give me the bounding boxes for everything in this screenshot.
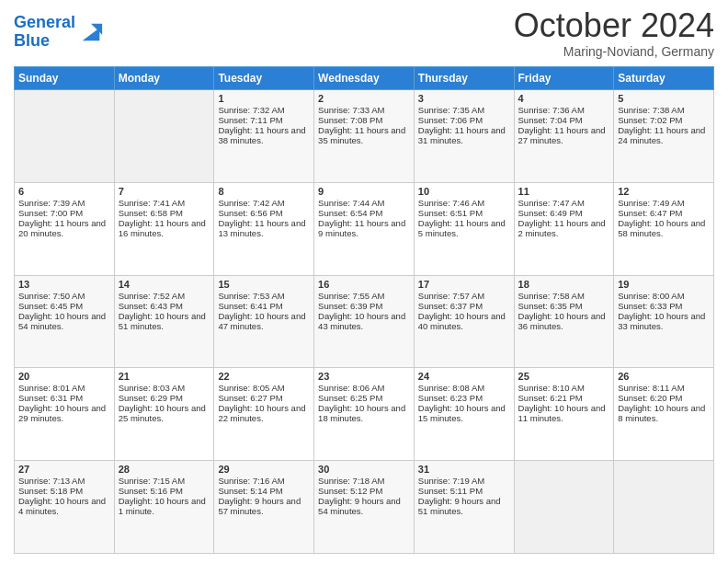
calendar-cell xyxy=(114,90,214,183)
sunrise-text: Sunrise: 8:08 AM xyxy=(418,383,510,393)
calendar-cell: 5Sunrise: 7:38 AMSunset: 7:02 PMDaylight… xyxy=(614,90,714,183)
calendar-cell: 6Sunrise: 7:39 AMSunset: 7:00 PMDaylight… xyxy=(15,182,115,275)
sunset-text: Sunset: 6:21 PM xyxy=(518,393,610,403)
calendar-cell: 30Sunrise: 7:18 AMSunset: 5:12 PMDayligh… xyxy=(314,461,415,554)
daylight-text: Daylight: 10 hours and 58 minutes. xyxy=(618,218,710,238)
calendar-cell: 12Sunrise: 7:49 AMSunset: 6:47 PMDayligh… xyxy=(614,182,714,275)
col-sunday: Sunday xyxy=(15,67,115,90)
month-title: October 2024 xyxy=(514,9,714,42)
sunset-text: Sunset: 7:02 PM xyxy=(618,115,710,125)
col-friday: Friday xyxy=(514,67,614,90)
sunrise-text: Sunrise: 8:03 AM xyxy=(119,383,210,393)
sunrise-text: Sunrise: 7:58 AM xyxy=(518,291,610,301)
sunset-text: Sunset: 6:51 PM xyxy=(418,208,510,218)
sunrise-text: Sunrise: 7:13 AM xyxy=(18,476,110,486)
day-number: 14 xyxy=(119,279,210,290)
sunset-text: Sunset: 5:14 PM xyxy=(218,486,310,496)
calendar-cell: 25Sunrise: 8:10 AMSunset: 6:21 PMDayligh… xyxy=(514,368,614,461)
daylight-text: Daylight: 11 hours and 5 minutes. xyxy=(418,218,510,238)
sunrise-text: Sunrise: 7:15 AM xyxy=(119,476,210,486)
day-number: 4 xyxy=(518,93,610,104)
logo-icon xyxy=(78,19,104,45)
calendar-cell: 29Sunrise: 7:16 AMSunset: 5:14 PMDayligh… xyxy=(214,461,314,554)
sunrise-text: Sunrise: 7:46 AM xyxy=(418,198,510,208)
day-number: 7 xyxy=(119,186,210,197)
daylight-text: Daylight: 11 hours and 2 minutes. xyxy=(518,218,610,238)
sunset-text: Sunset: 6:31 PM xyxy=(18,393,110,403)
calendar-cell: 27Sunrise: 7:13 AMSunset: 5:18 PMDayligh… xyxy=(15,461,115,554)
sunrise-text: Sunrise: 7:19 AM xyxy=(418,476,510,486)
day-number: 24 xyxy=(418,371,510,382)
day-number: 8 xyxy=(218,186,310,197)
header: General Blue October 2024 Maring-Noviand… xyxy=(14,9,714,59)
sunset-text: Sunset: 6:56 PM xyxy=(218,208,310,218)
sunrise-text: Sunrise: 7:39 AM xyxy=(18,198,110,208)
day-number: 13 xyxy=(18,279,110,290)
day-number: 9 xyxy=(318,186,410,197)
day-number: 11 xyxy=(518,186,610,197)
daylight-text: Daylight: 10 hours and 43 minutes. xyxy=(318,311,410,331)
calendar-cell: 26Sunrise: 8:11 AMSunset: 6:20 PMDayligh… xyxy=(614,368,714,461)
day-number: 6 xyxy=(18,186,110,197)
calendar-cell: 31Sunrise: 7:19 AMSunset: 5:11 PMDayligh… xyxy=(414,461,514,554)
sunrise-text: Sunrise: 7:32 AM xyxy=(218,105,310,115)
sunset-text: Sunset: 6:45 PM xyxy=(18,301,110,311)
daylight-text: Daylight: 10 hours and 18 minutes. xyxy=(318,403,410,423)
sunset-text: Sunset: 5:12 PM xyxy=(318,486,410,496)
col-tuesday: Tuesday xyxy=(214,67,314,90)
col-thursday: Thursday xyxy=(414,67,514,90)
day-number: 2 xyxy=(318,93,410,104)
day-number: 23 xyxy=(318,371,410,382)
sunrise-text: Sunrise: 7:57 AM xyxy=(418,291,510,301)
day-number: 30 xyxy=(318,464,410,475)
daylight-text: Daylight: 11 hours and 16 minutes. xyxy=(119,218,210,238)
daylight-text: Daylight: 11 hours and 13 minutes. xyxy=(218,218,310,238)
calendar-cell: 17Sunrise: 7:57 AMSunset: 6:37 PMDayligh… xyxy=(414,275,514,368)
sunrise-text: Sunrise: 7:50 AM xyxy=(18,291,110,301)
title-section: October 2024 Maring-Noviand, Germany xyxy=(514,9,714,59)
sunrise-text: Sunrise: 8:10 AM xyxy=(518,383,610,393)
sunset-text: Sunset: 6:58 PM xyxy=(119,208,210,218)
daylight-text: Daylight: 10 hours and 29 minutes. xyxy=(18,403,110,423)
calendar-cell: 13Sunrise: 7:50 AMSunset: 6:45 PMDayligh… xyxy=(15,275,115,368)
calendar-cell: 4Sunrise: 7:36 AMSunset: 7:04 PMDaylight… xyxy=(514,90,614,183)
day-number: 1 xyxy=(218,93,310,104)
day-number: 25 xyxy=(518,371,610,382)
calendar-cell: 21Sunrise: 8:03 AMSunset: 6:29 PMDayligh… xyxy=(114,368,214,461)
calendar-week-5: 27Sunrise: 7:13 AMSunset: 5:18 PMDayligh… xyxy=(15,461,714,554)
daylight-text: Daylight: 11 hours and 38 minutes. xyxy=(218,125,310,145)
sunset-text: Sunset: 6:23 PM xyxy=(418,393,510,403)
sunset-text: Sunset: 6:37 PM xyxy=(418,301,510,311)
location: Maring-Noviand, Germany xyxy=(514,44,714,59)
sunrise-text: Sunrise: 7:36 AM xyxy=(518,105,610,115)
sunrise-text: Sunrise: 8:00 AM xyxy=(618,291,710,301)
sunrise-text: Sunrise: 7:52 AM xyxy=(119,291,210,301)
daylight-text: Daylight: 11 hours and 27 minutes. xyxy=(518,125,610,145)
sunset-text: Sunset: 7:06 PM xyxy=(418,115,510,125)
sunset-text: Sunset: 6:27 PM xyxy=(218,393,310,403)
logo: General Blue xyxy=(14,14,104,51)
col-wednesday: Wednesday xyxy=(314,67,415,90)
day-number: 15 xyxy=(218,279,310,290)
day-number: 19 xyxy=(618,279,710,290)
sunset-text: Sunset: 5:18 PM xyxy=(18,486,110,496)
calendar-cell xyxy=(614,461,714,554)
col-monday: Monday xyxy=(114,67,214,90)
sunset-text: Sunset: 6:35 PM xyxy=(518,301,610,311)
calendar-cell: 15Sunrise: 7:53 AMSunset: 6:41 PMDayligh… xyxy=(214,275,314,368)
sunrise-text: Sunrise: 7:47 AM xyxy=(518,198,610,208)
day-number: 21 xyxy=(119,371,210,382)
sunrise-text: Sunrise: 7:33 AM xyxy=(318,105,410,115)
calendar-cell: 14Sunrise: 7:52 AMSunset: 6:43 PMDayligh… xyxy=(114,275,214,368)
sunrise-text: Sunrise: 8:06 AM xyxy=(318,383,410,393)
sunrise-text: Sunrise: 8:05 AM xyxy=(218,383,310,393)
sunset-text: Sunset: 6:29 PM xyxy=(119,393,210,403)
sunset-text: Sunset: 6:33 PM xyxy=(618,301,710,311)
daylight-text: Daylight: 10 hours and 40 minutes. xyxy=(418,311,510,331)
sunrise-text: Sunrise: 8:11 AM xyxy=(618,383,710,393)
daylight-text: Daylight: 9 hours and 51 minutes. xyxy=(418,496,510,516)
sunset-text: Sunset: 7:00 PM xyxy=(18,208,110,218)
daylight-text: Daylight: 10 hours and 1 minute. xyxy=(119,496,210,516)
sunrise-text: Sunrise: 7:38 AM xyxy=(618,105,710,115)
daylight-text: Daylight: 9 hours and 57 minutes. xyxy=(218,496,310,516)
